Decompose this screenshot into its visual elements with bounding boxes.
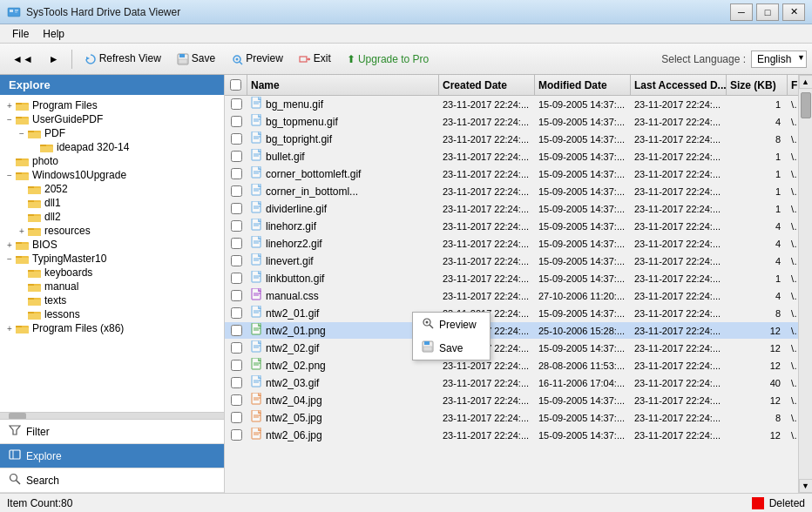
table-row[interactable]: linkbutton.gif 23-11-2017 22:24:... 15-0…	[225, 270, 798, 287]
row-checkbox[interactable]	[231, 325, 242, 336]
row-checkbox[interactable]	[231, 394, 242, 406]
tab-search[interactable]: Search	[0, 468, 224, 493]
row-checkbox[interactable]	[231, 255, 242, 266]
table-row[interactable]: ntw2_01.gif 23-11-2017 22:24:... 15-09-2…	[225, 305, 798, 322]
table-row[interactable]: linehorz2.gif 23-11-2017 22:24:... 15-09…	[225, 235, 798, 253]
table-row[interactable]: ntw2_01.png 23-11-2017 22:24:... 25-10-2…	[225, 322, 798, 340]
row-checkbox[interactable]	[231, 220, 242, 232]
nav-next-button[interactable]: ►	[42, 50, 66, 69]
tab-explore[interactable]: Explore	[0, 444, 224, 468]
expand-icon[interactable]: −	[3, 254, 16, 264]
file-type-icon	[251, 149, 263, 164]
tree-item-dll1[interactable]: + dll1	[0, 196, 224, 210]
col-header-path[interactable]: File Path	[788, 75, 798, 95]
col-header-check[interactable]	[225, 75, 247, 95]
nav-prev-button[interactable]: ◄◄	[5, 50, 40, 69]
upgrade-button[interactable]: ⬆ Upgrade to Pro	[340, 50, 436, 69]
scroll-down-arrow[interactable]: ▼	[799, 479, 813, 493]
expand-icon[interactable]: −	[3, 115, 16, 125]
tree-item-program-files[interactable]: + Program Files	[0, 98, 224, 112]
table-row[interactable]: bg_topmenu.gif 23-11-2017 22:24:... 15-0…	[225, 113, 798, 131]
row-checkbox[interactable]	[231, 290, 242, 301]
expand-icon[interactable]: −	[3, 171, 16, 180]
menu-help[interactable]: Help	[36, 26, 71, 42]
row-checkbox[interactable]	[231, 168, 242, 179]
tab-filter[interactable]: Filter	[0, 420, 224, 444]
expand-icon[interactable]: +	[3, 324, 16, 333]
select-all-checkbox[interactable]	[230, 79, 241, 91]
row-checkbox[interactable]	[231, 307, 242, 319]
tree-item-2052[interactable]: + 2052	[0, 182, 224, 196]
preview-button[interactable]: Preview	[224, 49, 290, 69]
language-select[interactable]: English	[751, 51, 807, 68]
row-checkbox[interactable]	[231, 429, 242, 441]
tree-item-ideapad[interactable]: + ideapad 320-14	[0, 140, 224, 154]
table-row[interactable]: manual.css 23-11-2017 22:24:... 27-10-20…	[225, 287, 798, 305]
tree-item-photo[interactable]: + photo	[0, 154, 224, 168]
tree-item-texts[interactable]: + texts	[0, 293, 224, 307]
expand-icon[interactable]: +	[3, 101, 16, 111]
maximize-button[interactable]: □	[756, 3, 779, 21]
exit-button[interactable]: Exit	[292, 49, 338, 69]
table-row[interactable]: ntw2_06.jpg 23-11-2017 22:24:... 15-09-2…	[225, 427, 798, 444]
col-header-size[interactable]: Size (KB)	[727, 75, 788, 95]
row-checkbox[interactable]	[231, 360, 242, 371]
svg-rect-60	[28, 312, 34, 313]
row-checkbox[interactable]	[231, 203, 242, 214]
table-row[interactable]: ntw2_05.jpg 23-11-2017 22:24:... 15-09-2…	[225, 409, 798, 427]
tree-item-keyboards[interactable]: + keyboards	[0, 266, 224, 280]
row-checkbox[interactable]	[231, 273, 242, 284]
tree-item-win10[interactable]: − Windows10Upgrade	[0, 168, 224, 182]
table-row[interactable]: corner_in_bottoml... 23-11-2017 22:24:..…	[225, 183, 798, 200]
ctx-preview[interactable]: Preview	[413, 313, 490, 336]
row-checkbox[interactable]	[231, 133, 242, 145]
table-row[interactable]: ntw2_02.png 23-11-2017 22:24:... 28-08-2…	[225, 357, 798, 374]
expand-icon[interactable]: −	[16, 129, 28, 138]
tree-item-userguide[interactable]: − UserGuidePDF	[0, 112, 224, 126]
row-checkbox[interactable]	[231, 185, 242, 197]
table-row[interactable]: bg_topright.gif 23-11-2017 22:24:... 15-…	[225, 131, 798, 148]
vertical-scrollbar[interactable]: ▲ ▼	[798, 75, 812, 493]
scroll-track[interactable]	[799, 89, 812, 479]
row-checkbox[interactable]	[231, 98, 242, 110]
table-row[interactable]: ntw2_04.jpg 23-11-2017 22:24:... 15-09-2…	[225, 392, 798, 409]
col-header-name[interactable]: Name	[247, 75, 439, 95]
row-checkbox[interactable]	[231, 238, 242, 249]
tree-item-dll2[interactable]: + dll2	[0, 210, 224, 224]
file-tree: + Program Files − UserGuidePDF − PDF + i…	[0, 95, 224, 412]
scroll-thumb[interactable]	[801, 92, 811, 118]
expand-icon[interactable]: +	[16, 226, 28, 236]
col-header-created[interactable]: Created Date	[439, 75, 535, 95]
ctx-save[interactable]: Save	[413, 336, 490, 360]
refresh-button[interactable]: Refresh View	[78, 49, 168, 69]
table-row[interactable]: bullet.gif 23-11-2017 22:24:... 15-09-20…	[225, 148, 798, 165]
cell-size: 4	[727, 116, 788, 128]
row-checkbox[interactable]	[231, 342, 242, 354]
expand-icon[interactable]: +	[3, 240, 16, 250]
row-checkbox[interactable]	[231, 116, 242, 127]
table-row[interactable]: linehorz.gif 23-11-2017 22:24:... 15-09-…	[225, 218, 798, 235]
tree-item-manual[interactable]: + manual	[0, 280, 224, 293]
minimize-button[interactable]: ─	[730, 3, 753, 21]
table-row[interactable]: dividerline.gif 23-11-2017 22:24:... 15-…	[225, 200, 798, 218]
table-row[interactable]: ntw2_03.gif 23-11-2017 22:24:... 16-11-2…	[225, 374, 798, 392]
tree-item-lessons[interactable]: + lessons	[0, 307, 224, 321]
save-button[interactable]: Save	[170, 49, 222, 69]
table-row[interactable]: ntw2_02.gif 23-11-2017 22:24:... 15-09-2…	[225, 340, 798, 357]
row-checkbox[interactable]	[231, 377, 242, 388]
col-header-modified[interactable]: Modified Date	[535, 75, 631, 95]
row-checkbox[interactable]	[231, 412, 242, 423]
table-row[interactable]: linevert.gif 23-11-2017 22:24:... 15-09-…	[225, 253, 798, 270]
tree-item-resources[interactable]: + resources	[0, 224, 224, 238]
table-row[interactable]: bg_menu.gif 23-11-2017 22:24:... 15-09-2…	[225, 96, 798, 113]
tree-item-bios[interactable]: + BIOS	[0, 238, 224, 252]
tree-item-pdf[interactable]: − PDF	[0, 126, 224, 140]
col-header-accessed[interactable]: Last Accessed D...	[631, 75, 727, 95]
tree-item-typingmaster[interactable]: − TypingMaster10	[0, 252, 224, 266]
close-button[interactable]: ✕	[782, 3, 805, 21]
row-checkbox[interactable]	[231, 151, 242, 162]
menu-file[interactable]: File	[5, 26, 36, 42]
tree-item-program-files-x86[interactable]: + Program Files (x86)	[0, 321, 224, 335]
table-row[interactable]: corner_bottomleft.gif 23-11-2017 22:24:.…	[225, 165, 798, 183]
scroll-up-arrow[interactable]: ▲	[799, 75, 813, 89]
